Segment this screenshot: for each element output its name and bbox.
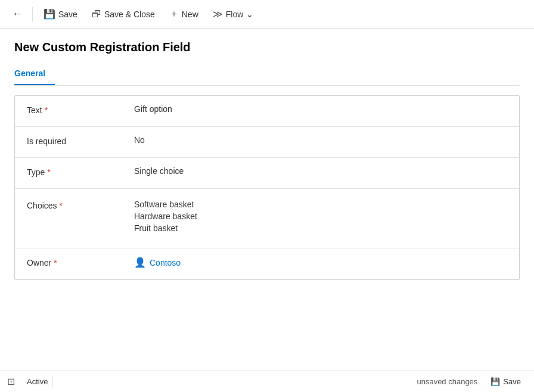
form-row-choices: Choices * Software basket Hardware baske… [15, 189, 519, 248]
form-label-is-required: Is required [27, 135, 122, 146]
flow-button[interactable]: ≫ Flow ⌄ [207, 5, 260, 23]
form-row-owner: Owner * 👤 Contoso [15, 248, 519, 279]
toolbar: ← 💾 Save 🗗 Save & Close ＋ New ≫ Flow ⌄ [0, 0, 534, 29]
form-label-owner: Owner * [27, 257, 122, 267]
flow-dropdown-icon: ⌄ [246, 10, 253, 19]
form-value-text[interactable]: Gift option [122, 104, 507, 114]
form-label-text: Text * [27, 104, 122, 115]
status-bar: ⊡ Active unsaved changes 💾 Save [0, 371, 534, 392]
new-button[interactable]: ＋ New [163, 4, 204, 24]
status-badge: Active [22, 376, 53, 387]
new-icon: ＋ [169, 8, 179, 20]
page-title: New Custom Registration Field [14, 41, 520, 54]
choice-item-1: Software basket [134, 200, 507, 209]
tabs: General [14, 64, 520, 86]
choice-item-3: Fruit basket [134, 223, 507, 233]
save-label: Save [58, 10, 77, 19]
form-value-owner[interactable]: 👤 Contoso [122, 257, 507, 268]
owner-name: Contoso [150, 258, 181, 267]
form-value-choices[interactable]: Software basket Hardware basket Fruit ba… [122, 200, 507, 233]
save-close-button[interactable]: 🗗 Save & Close [86, 5, 161, 23]
form-label-choices: Choices * [27, 200, 122, 210]
main-content: New Custom Registration Field General Te… [0, 29, 534, 371]
save-close-label: Save & Close [104, 10, 155, 19]
save-button[interactable]: 💾 Save [38, 5, 83, 23]
flow-icon: ≫ [213, 8, 223, 20]
required-indicator-text: * [45, 105, 48, 115]
status-bar-icon[interactable]: ⊡ [7, 376, 15, 387]
toolbar-divider [32, 7, 33, 21]
form-value-is-required[interactable]: No [122, 135, 507, 145]
form-row-type: Type * Single choice [15, 158, 519, 189]
unsaved-changes-text: unsaved changes [417, 377, 477, 386]
choice-item-2: Hardware basket [134, 211, 507, 221]
status-bar-save-button[interactable]: 💾 Save [485, 375, 527, 388]
tab-general[interactable]: General [14, 64, 55, 85]
back-icon: ← [12, 8, 23, 20]
status-bar-save-label: Save [503, 377, 521, 386]
status-bar-right: unsaved changes 💾 Save [417, 375, 527, 388]
form-label-type: Type * [27, 166, 122, 177]
new-label: New [182, 10, 198, 19]
required-indicator-choices: * [60, 201, 63, 210]
form-row-is-required: Is required No [15, 127, 519, 158]
status-bar-save-icon: 💾 [490, 377, 500, 386]
form-container: Text * Gift option Is required No Type *… [14, 95, 520, 280]
flow-label: Flow [226, 10, 244, 19]
owner-link[interactable]: 👤 Contoso [134, 257, 507, 268]
save-icon: 💾 [44, 8, 55, 20]
form-value-type[interactable]: Single choice [122, 166, 507, 176]
owner-icon: 👤 [134, 257, 146, 268]
form-row-text: Text * Gift option [15, 96, 519, 127]
save-close-icon: 🗗 [92, 9, 101, 20]
required-indicator-owner: * [54, 258, 57, 267]
status-bar-left: ⊡ Active [7, 376, 53, 387]
back-button[interactable]: ← [7, 4, 27, 24]
required-indicator-type: * [47, 167, 50, 177]
